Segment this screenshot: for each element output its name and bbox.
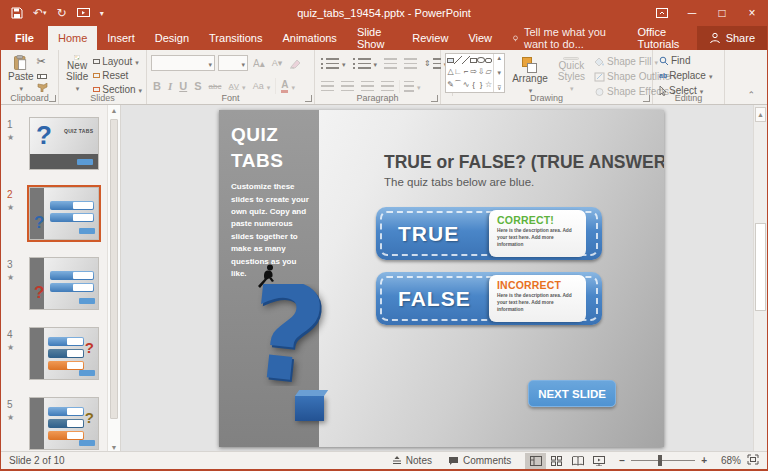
- tab-slide-show[interactable]: Slide Show: [347, 26, 402, 50]
- quick-styles-button[interactable]: Quick Styles: [555, 53, 588, 95]
- slide-sorter-view-button[interactable]: [546, 453, 567, 469]
- find-button[interactable]: Find: [657, 54, 721, 67]
- shape-line-icon[interactable]: [454, 56, 462, 64]
- close-button[interactable]: ×: [737, 0, 767, 26]
- save-icon[interactable]: [11, 7, 23, 19]
- align-center-icon[interactable]: [339, 80, 356, 93]
- canvas-scrollbar[interactable]: ▲: [753, 105, 767, 453]
- numbering-button[interactable]: [351, 57, 380, 70]
- columns-button[interactable]: [399, 80, 423, 93]
- thumbnail-slide-2[interactable]: 2★ ?: [7, 187, 99, 240]
- slide-title[interactable]: TRUE or FALSE? (TRUE ANSWER): [384, 152, 664, 173]
- scrollbar-thumb[interactable]: [110, 119, 118, 419]
- shape-textbox-icon[interactable]: [447, 58, 454, 63]
- customize-qat-icon[interactable]: ▾: [100, 9, 104, 18]
- thumbnail-slide-1[interactable]: 1★ ? QUIZ TABS: [7, 117, 99, 170]
- scroll-up-icon[interactable]: ▲: [755, 107, 766, 122]
- shape-down-arrow-icon[interactable]: ⇩: [478, 67, 485, 76]
- scroll-up-icon[interactable]: ▲: [108, 107, 120, 114]
- clipboard-dialog-launcher[interactable]: [49, 95, 56, 102]
- replace-button[interactable]: ab Replace: [657, 69, 721, 82]
- clear-formatting-icon[interactable]: [287, 57, 303, 70]
- normal-view-button[interactable]: [525, 453, 546, 469]
- character-spacing-button[interactable]: A̲V̲: [226, 80, 247, 93]
- shape-right-arrow-icon[interactable]: ⇨: [470, 67, 477, 76]
- start-slideshow-icon[interactable]: [77, 8, 90, 19]
- bullets-button[interactable]: [319, 57, 348, 70]
- align-right-icon[interactable]: [359, 80, 376, 93]
- font-color-button[interactable]: A: [275, 78, 297, 94]
- shape-triangle-icon[interactable]: △: [447, 67, 453, 76]
- comments-button[interactable]: Comments: [440, 455, 519, 466]
- italic-button[interactable]: I: [166, 80, 174, 92]
- strikethrough-button[interactable]: abc: [207, 82, 224, 91]
- shape-scribble-icon[interactable]: ∿: [463, 80, 470, 89]
- minimize-button[interactable]: ─: [677, 0, 707, 26]
- tab-file[interactable]: File: [1, 26, 48, 50]
- reading-view-button[interactable]: [567, 453, 588, 469]
- slideshow-view-button[interactable]: [588, 453, 609, 469]
- scroll-down-icon[interactable]: ▼: [108, 444, 120, 451]
- align-left-icon[interactable]: [319, 80, 336, 93]
- shape-right-brace-icon[interactable]: }: [480, 80, 483, 89]
- true-answer-card[interactable]: CORRECT! Here is the description area. A…: [489, 210, 586, 257]
- shapes-gallery[interactable]: △ ∟ ⌐ ⇨ ⇩ ▱ ✎ ⌒ ∿ { } ☆ ▲▼⊽: [445, 53, 505, 93]
- drawing-dialog-launcher[interactable]: [643, 95, 650, 102]
- font-name-select[interactable]: [151, 55, 215, 71]
- font-dialog-launcher[interactable]: [305, 95, 312, 102]
- zoom-out-icon[interactable]: −: [619, 455, 625, 466]
- true-tab[interactable]: TRUE CORRECT! Here is the description ar…: [376, 207, 602, 260]
- zoom-in-icon[interactable]: +: [701, 455, 707, 466]
- redo-icon[interactable]: ↻: [57, 6, 67, 20]
- thumbnail-slide-3[interactable]: 3★ ?: [7, 257, 99, 310]
- paste-button[interactable]: Paste: [5, 53, 37, 95]
- change-case-button[interactable]: Aa: [251, 80, 273, 93]
- arrange-button[interactable]: Arrange: [509, 53, 551, 95]
- notes-button[interactable]: Notes: [384, 455, 440, 466]
- decrease-indent-icon[interactable]: [382, 57, 399, 70]
- next-slide-button[interactable]: NEXT SLIDE: [528, 380, 616, 407]
- thumbnail-scrollbar[interactable]: ▲ ▼: [107, 105, 120, 453]
- justify-icon[interactable]: [379, 80, 396, 93]
- shape-rounded-rect-icon[interactable]: [485, 58, 492, 63]
- collapse-ribbon-icon[interactable]: ⌃: [747, 90, 755, 100]
- slide-editor[interactable]: QUIZTABS Customize these slides to creat…: [219, 110, 664, 447]
- tell-me-box[interactable]: Tell me what you want to do...: [502, 26, 626, 50]
- tab-transitions[interactable]: Transitions: [199, 26, 272, 50]
- scrollbar-thumb[interactable]: [755, 223, 766, 311]
- tab-insert[interactable]: Insert: [97, 26, 145, 50]
- tab-animations[interactable]: Animations: [272, 26, 346, 50]
- office-tutorials-link[interactable]: Office Tutorials: [626, 26, 697, 50]
- new-slide-button[interactable]: New Slide: [63, 53, 91, 95]
- false-tab[interactable]: FALSE INCORRECT Here is the description …: [376, 272, 602, 325]
- shape-arrow-icon[interactable]: [462, 56, 470, 64]
- false-answer-card[interactable]: INCORRECT Here is the description area. …: [489, 275, 586, 322]
- shape-arc-icon[interactable]: ⌒: [454, 79, 462, 90]
- tab-review[interactable]: Review: [402, 26, 458, 50]
- shrink-font-icon[interactable]: A▾: [270, 57, 285, 69]
- shape-callout-icon[interactable]: ▱: [486, 67, 492, 76]
- grow-font-icon[interactable]: A▴: [251, 57, 267, 70]
- shape-oval-icon[interactable]: [477, 57, 485, 63]
- shape-freeform-icon[interactable]: ✎: [447, 80, 454, 89]
- undo-icon[interactable]: ↶▾: [33, 6, 47, 20]
- slide-subtitle[interactable]: The quiz tabs below are blue.: [384, 176, 534, 188]
- paragraph-dialog-launcher[interactable]: [431, 95, 438, 102]
- cut-icon[interactable]: ✂: [37, 55, 48, 68]
- share-button[interactable]: Share: [697, 26, 767, 50]
- tab-view[interactable]: View: [458, 26, 502, 50]
- thumbnail-slide-5[interactable]: 5★ ?: [7, 397, 99, 450]
- shape-left-brace-icon[interactable]: {: [472, 80, 475, 89]
- ribbon-display-options-icon[interactable]: [647, 0, 677, 26]
- layout-button[interactable]: Layout: [91, 55, 144, 68]
- copy-icon[interactable]: [37, 70, 48, 81]
- shape-curve-icon[interactable]: ⌐: [464, 67, 469, 76]
- increase-indent-icon[interactable]: [402, 57, 419, 70]
- font-size-select[interactable]: [218, 55, 248, 71]
- shadow-button[interactable]: S: [192, 80, 203, 92]
- shapes-gallery-scrollbar[interactable]: ▲▼⊽: [493, 54, 504, 92]
- tab-home[interactable]: Home: [48, 26, 97, 50]
- fit-to-window-icon[interactable]: [747, 454, 759, 467]
- zoom-slider[interactable]: [631, 460, 695, 461]
- zoom-slider-thumb[interactable]: [658, 455, 662, 466]
